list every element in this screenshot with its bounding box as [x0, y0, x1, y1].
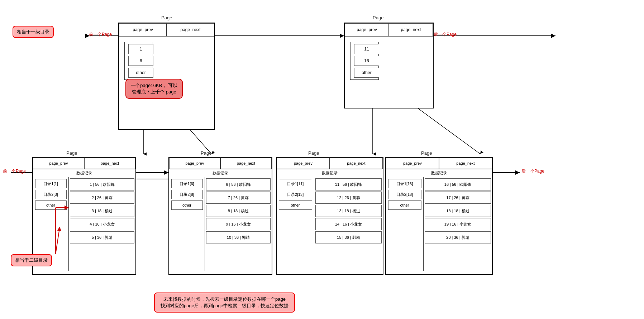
- bottom-p4-rec1: 16 | 56 | 欧阳锋: [425, 178, 491, 190]
- bottom-p3-rec2: 12 | 26 | 黄蓉: [315, 192, 382, 204]
- bottom-p2-next: page_next: [220, 158, 272, 169]
- bottom-p3-dir2: 目录2[13]: [279, 190, 312, 199]
- bottom-next-label: 后一个Page: [521, 168, 544, 174]
- bottom-p3-data-label: 数据记录: [277, 169, 383, 177]
- annotation-16kb: 一个page16KB， 可以管理底下上千个 page: [125, 79, 183, 99]
- bottom-p1-prev: page_prev: [33, 158, 84, 169]
- bottom-p3-dir-other: other: [279, 200, 312, 210]
- top-left-page-box: page_prev page_next 1 6 other: [118, 23, 215, 130]
- top-left-page-prev: page_prev: [119, 23, 167, 36]
- bottom-p1-rec3: 3 | 18 | 杨过: [70, 205, 134, 217]
- top-prev-label: 前一个Page: [89, 32, 112, 38]
- top-right-page-prev: page_prev: [345, 23, 389, 36]
- bottom-page-4: page_prev page_next 数据记录 目录1[16] 目录2[18]…: [385, 157, 493, 275]
- top-left-item-other: other: [128, 68, 153, 78]
- bottom-p1-rec5: 5 | 36 | 郭靖: [70, 231, 134, 243]
- bottom-page-label-1: Page: [66, 150, 77, 156]
- bottom-p1-rec2: 2 | 26 | 黄蓉: [70, 192, 134, 204]
- bottom-p3-rec4: 14 | 16 | 小龙女: [315, 218, 382, 230]
- top-right-page-next: page_next: [389, 23, 433, 36]
- bottom-p2-rec1: 6 | 56 | 欧阳锋: [206, 178, 271, 190]
- bottom-p4-rec2: 17 | 26 | 黄蓉: [425, 192, 491, 204]
- bottom-page-label-2: Page: [201, 150, 211, 156]
- bottom-p1-dir-other: other: [35, 200, 67, 210]
- bottom-p2-data-label: 数据记录: [169, 169, 272, 177]
- bottom-note-text: 未来找数据的时候，先检索一级目录定位数据在哪一个page: [161, 296, 288, 303]
- bottom-p1-next: page_next: [84, 158, 135, 169]
- bottom-p4-prev: page_prev: [386, 158, 439, 169]
- annotation-second-level: 相当于二级目录: [11, 254, 52, 266]
- top-right-page-box: page_prev page_next 11 16 other: [344, 23, 434, 108]
- top-left-item-1: 1: [128, 44, 153, 54]
- bottom-p4-dir1: 目录1[16]: [388, 179, 421, 188]
- bottom-p2-rec5: 10 | 36 | 郭靖: [206, 231, 271, 243]
- bottom-page-3: page_prev page_next 数据记录 目录1[11] 目录2[13]…: [276, 157, 383, 275]
- top-left-item-6: 6: [128, 56, 153, 66]
- bottom-prev-label: 前一个Page: [3, 168, 26, 174]
- bottom-p1-dir2: 目录2[3]: [35, 190, 67, 199]
- bottom-p2-prev: page_prev: [169, 158, 220, 169]
- bottom-p2-dir1: 目录1[6]: [171, 179, 203, 188]
- bottom-page-label-3: Page: [308, 150, 319, 156]
- bottom-p1-rec4: 4 | 16 | 小龙女: [70, 218, 134, 230]
- bottom-p3-prev: page_prev: [277, 158, 330, 169]
- bottom-page-label-4: Page: [421, 150, 432, 156]
- bottom-p2-rec4: 9 | 16 | 小龙女: [206, 218, 271, 230]
- top-right-item-16: 16: [354, 56, 379, 66]
- bottom-p3-rec5: 15 | 36 | 郭靖: [315, 231, 382, 243]
- bottom-p3-rec3: 13 | 18 | 杨过: [315, 205, 382, 217]
- bottom-note-text2: 找到对应的page后，再到page中检索二级目录，快速定位数据: [161, 303, 288, 309]
- bottom-p1-rec1: 1 | 56 | 欧阳锋: [70, 178, 134, 190]
- bottom-p2-rec3: 8 | 18 | 杨过: [206, 205, 271, 217]
- bottom-p2-dir2: 目录2[8]: [171, 190, 203, 199]
- top-next-label: 后一个Page: [434, 32, 457, 38]
- bottom-p4-dir-other: other: [388, 200, 421, 210]
- top-right-item-11: 11: [354, 44, 379, 54]
- top-left-page-label: Page: [161, 15, 172, 20]
- bottom-p2-dir-other: other: [171, 200, 203, 210]
- bottom-p2-rec2: 7 | 26 | 黄蓉: [206, 192, 271, 204]
- bottom-p4-rec3: 18 | 18 | 杨过: [425, 205, 491, 217]
- bottom-p3-next: page_next: [330, 158, 383, 169]
- bottom-p1-dir1: 目录1[1]: [35, 179, 67, 188]
- annotation-16kb-text: 一个page16KB， 可以管理底下上千个 page: [131, 83, 177, 95]
- bottom-p3-dir1: 目录1[11]: [279, 179, 312, 188]
- bottom-p4-next: page_next: [439, 158, 492, 169]
- bottom-p3-rec1: 11 | 56 | 欧阳锋: [315, 178, 382, 190]
- diagram-container: Page 前一个Page page_prev page_next 1 6 oth…: [0, 0, 644, 319]
- annotation-first-level: 相当于一级目录: [13, 26, 54, 38]
- top-right-item-other: other: [354, 68, 379, 78]
- top-left-page-next: page_next: [167, 23, 214, 36]
- bottom-p4-data-label: 数据记录: [386, 169, 492, 177]
- bottom-p4-dir2: 目录2[18]: [388, 190, 421, 199]
- bottom-note: 未来找数据的时候，先检索一级目录定位数据在哪一个page 找到对应的page后，…: [154, 293, 295, 313]
- bottom-p4-rec4: 19 | 16 | 小龙女: [425, 218, 491, 230]
- bottom-p1-data-label: 数据记录: [33, 169, 135, 177]
- bottom-p4-rec5: 20 | 36 | 郭靖: [425, 231, 491, 243]
- bottom-page-2: page_prev page_next 数据记录 目录1[6] 目录2[8] o…: [168, 157, 272, 275]
- top-right-page-label: Page: [373, 15, 383, 20]
